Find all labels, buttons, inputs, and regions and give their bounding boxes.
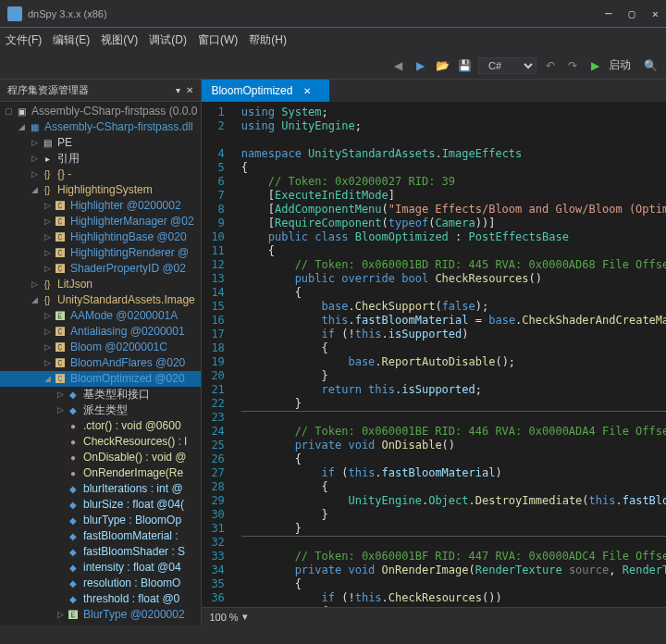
tree-item[interactable]: ◆fastBloomShader : S xyxy=(0,544,201,560)
tree-item[interactable]: ▷▸引用 xyxy=(0,151,201,167)
assembly-explorer: 程序集资源管理器 ▾ ✕ ▢▣Assembly-CSharp-firstpass… xyxy=(0,80,202,625)
code-editor: BloomOptimized✕ 124567891011121314151617… xyxy=(202,80,666,625)
maximize-button[interactable]: ▢ xyxy=(629,7,635,20)
menu-item[interactable]: 编辑(E) xyxy=(53,32,90,48)
tree-item[interactable]: ◆resolution : BloomO xyxy=(0,576,201,591)
language-select[interactable]: C# xyxy=(478,57,536,74)
save-icon[interactable]: 💾 xyxy=(456,57,473,74)
window-title: dnSpy 3.x.x (x86) xyxy=(28,8,605,19)
search-icon[interactable]: 🔍 xyxy=(642,57,659,74)
toolbar: ◀ ▶ 📂 💾 C# ↶ ↷ ▶ 启动 🔍 xyxy=(0,52,666,80)
statusbar: 100 % ▾ xyxy=(202,607,666,625)
app-icon xyxy=(7,6,22,21)
tree-item[interactable]: ▷🅴AAMode @0200001A xyxy=(0,308,201,324)
tree-item[interactable]: ◆blurIterations : int @ xyxy=(0,481,201,497)
tab-active[interactable]: BloomOptimized✕ xyxy=(202,80,329,102)
tree-item[interactable]: ▷🅲ShaderPropertyID @02 xyxy=(0,261,201,277)
play-icon[interactable]: ▶ xyxy=(586,57,603,74)
nav-fwd-icon[interactable]: ▶ xyxy=(412,57,428,74)
editor-tabs: BloomOptimized✕ xyxy=(202,80,666,102)
open-icon[interactable]: 📂 xyxy=(434,57,450,74)
tree-item[interactable]: ●OnDisable() : void @ xyxy=(0,450,201,465)
menu-item[interactable]: 帮助(H) xyxy=(249,32,287,48)
tree-item[interactable]: ▷🅲Highlighter @0200002 xyxy=(0,198,201,214)
titlebar: dnSpy 3.x.x (x86) ─ ▢ ✕ xyxy=(0,0,666,28)
tree-item[interactable]: ▷◆基类型和接口 xyxy=(0,387,201,402)
menubar: 文件(F)编辑(E)视图(V)调试(D)窗口(W)帮助(H) xyxy=(0,28,666,52)
tree-item[interactable]: ◆intensity : float @04 xyxy=(0,560,201,576)
nav-back-icon[interactable]: ◀ xyxy=(389,57,406,74)
tree-item[interactable]: ▷🅲Bloom @0200001C xyxy=(0,340,201,355)
tree-item[interactable]: ▷🅴BlurType @0200002 xyxy=(0,607,201,623)
code-content[interactable]: using System;using UnityEngine;namespace… xyxy=(234,102,666,607)
tree-item[interactable]: ◢🅲BloomOptimized @020 xyxy=(0,371,201,387)
redo-icon[interactable]: ↷ xyxy=(564,57,581,74)
tree-item[interactable]: ▷🅲HighlightingBase @020 xyxy=(0,229,201,245)
menu-item[interactable]: 视图(V) xyxy=(101,32,138,48)
menu-item[interactable]: 窗口(W) xyxy=(198,32,238,48)
tree-item[interactable]: ▷🅲HighlightingRenderer @ xyxy=(0,245,201,261)
zoom-level[interactable]: 100 % xyxy=(209,612,238,623)
tree-item[interactable]: ●CheckResources() : l xyxy=(0,434,201,450)
tree-item[interactable]: ▷{}LitJson xyxy=(0,277,201,292)
tree-item[interactable]: ◆blurSize : float @04( xyxy=(0,497,201,513)
sidebar-close-icon[interactable]: ✕ xyxy=(186,85,193,95)
tree-item[interactable]: ◢{}UnityStandardAssets.Image xyxy=(0,292,201,308)
tree-item[interactable]: ▷🅲BloomAndFlares @020 xyxy=(0,355,201,371)
menu-item[interactable]: 调试(D) xyxy=(149,32,187,48)
tree-item[interactable]: ●.ctor() : void @0600 xyxy=(0,418,201,434)
start-label[interactable]: 启动 xyxy=(609,57,631,73)
zoom-dropdown-icon[interactable]: ▾ xyxy=(242,611,248,623)
close-button[interactable]: ✕ xyxy=(652,7,659,20)
tree[interactable]: ▢▣Assembly-CSharp-firstpass (0.0.0◢▦Asse… xyxy=(0,102,201,625)
tree-item[interactable]: ▷🅲Antialiasing @0200001 xyxy=(0,324,201,340)
tree-item[interactable]: ◆fastBloomMaterial : xyxy=(0,528,201,544)
tree-item[interactable]: ◢{}HighlightingSystem xyxy=(0,182,201,198)
tree-item[interactable]: ▷▤PE xyxy=(0,135,201,151)
menu-item[interactable]: 文件(F) xyxy=(6,32,42,48)
undo-icon[interactable]: ↶ xyxy=(542,57,559,74)
tree-item[interactable]: ▢▣Assembly-CSharp-firstpass (0.0.0 xyxy=(0,104,201,119)
tree-item[interactable]: ◆blurType : BloomOp xyxy=(0,513,201,528)
tree-item[interactable]: ▷🅲HighlighterManager @02 xyxy=(0,214,201,229)
minimize-button[interactable]: ─ xyxy=(605,7,611,20)
sidebar-pin-icon[interactable]: ▾ xyxy=(176,85,180,95)
line-gutter: 1245678910111213141516171819202122232425… xyxy=(202,102,233,607)
tree-item[interactable]: ●OnRenderImage(Re xyxy=(0,465,201,481)
tree-item[interactable]: ▷{}{} - xyxy=(0,167,201,182)
tree-item[interactable]: ◢▦Assembly-CSharp-firstpass.dll xyxy=(0,119,201,135)
tree-item[interactable]: ◆threshold : float @0 xyxy=(0,591,201,607)
tree-item[interactable]: ▷◆派生类型 xyxy=(0,402,201,418)
sidebar-title: 程序集资源管理器 xyxy=(7,83,176,97)
tree-item[interactable]: ▷🅴Resolution @020002 xyxy=(0,623,201,625)
